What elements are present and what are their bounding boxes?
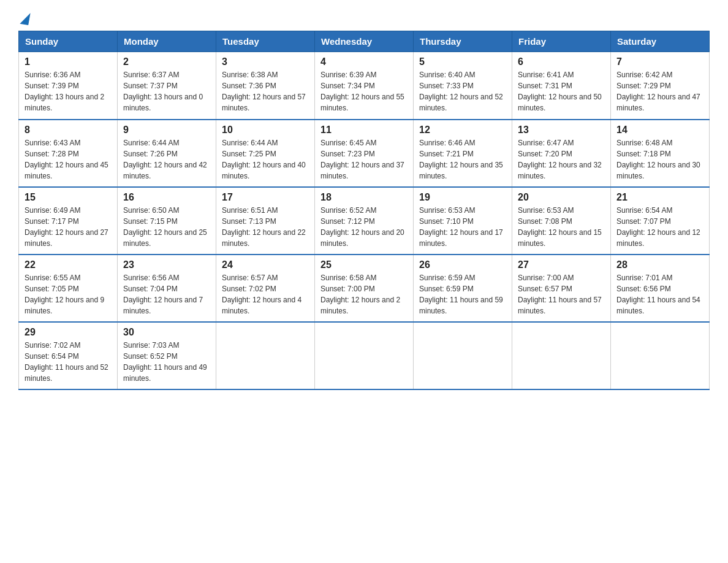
day-info: Sunrise: 6:52 AMSunset: 7:12 PMDaylight:… bbox=[320, 205, 408, 249]
calendar-cell: 2Sunrise: 6:37 AMSunset: 7:37 PMDaylight… bbox=[118, 52, 216, 120]
day-info: Sunrise: 6:43 AMSunset: 7:28 PMDaylight:… bbox=[25, 137, 112, 182]
calendar-cell: 27Sunrise: 7:00 AMSunset: 6:57 PMDayligh… bbox=[512, 255, 611, 322]
calendar-cell: 15Sunrise: 6:49 AMSunset: 7:17 PMDayligh… bbox=[19, 187, 118, 255]
day-number: 9 bbox=[123, 124, 210, 136]
weekday-header-tuesday: Tuesday bbox=[216, 31, 315, 52]
day-number: 20 bbox=[518, 192, 605, 203]
day-info: Sunrise: 6:40 AMSunset: 7:33 PMDaylight:… bbox=[419, 69, 506, 113]
weekday-header-monday: Monday bbox=[118, 31, 216, 52]
weekday-header-saturday: Saturday bbox=[611, 31, 710, 52]
day-info: Sunrise: 6:38 AMSunset: 7:36 PMDaylight:… bbox=[222, 69, 309, 113]
weekday-header-friday: Friday bbox=[512, 31, 611, 52]
logo-triangle-icon bbox=[20, 12, 30, 25]
day-info: Sunrise: 6:46 AMSunset: 7:21 PMDaylight:… bbox=[419, 137, 506, 182]
calendar-cell bbox=[315, 322, 414, 389]
day-number: 28 bbox=[616, 259, 703, 270]
day-info: Sunrise: 6:50 AMSunset: 7:15 PMDaylight:… bbox=[123, 205, 210, 249]
day-info: Sunrise: 6:51 AMSunset: 7:13 PMDaylight:… bbox=[222, 205, 309, 249]
day-number: 2 bbox=[123, 56, 210, 67]
calendar-cell: 16Sunrise: 6:50 AMSunset: 7:15 PMDayligh… bbox=[118, 187, 216, 255]
calendar-cell: 26Sunrise: 6:59 AMSunset: 6:59 PMDayligh… bbox=[414, 255, 512, 322]
day-info: Sunrise: 6:59 AMSunset: 6:59 PMDaylight:… bbox=[419, 272, 506, 316]
calendar-week-row: 15Sunrise: 6:49 AMSunset: 7:17 PMDayligh… bbox=[19, 187, 710, 255]
calendar-cell bbox=[512, 322, 611, 389]
day-info: Sunrise: 6:44 AMSunset: 7:25 PMDaylight:… bbox=[222, 137, 309, 182]
day-info: Sunrise: 6:48 AMSunset: 7:18 PMDaylight:… bbox=[616, 137, 703, 182]
day-info: Sunrise: 6:54 AMSunset: 7:07 PMDaylight:… bbox=[616, 205, 703, 249]
calendar-cell: 19Sunrise: 6:53 AMSunset: 7:10 PMDayligh… bbox=[414, 187, 512, 255]
calendar-cell: 3Sunrise: 6:38 AMSunset: 7:36 PMDaylight… bbox=[216, 52, 315, 120]
day-number: 26 bbox=[419, 259, 506, 270]
day-number: 17 bbox=[222, 192, 309, 203]
day-info: Sunrise: 6:56 AMSunset: 7:04 PMDaylight:… bbox=[123, 272, 210, 316]
calendar-week-row: 1Sunrise: 6:36 AMSunset: 7:39 PMDaylight… bbox=[19, 52, 710, 120]
calendar-cell: 20Sunrise: 6:53 AMSunset: 7:08 PMDayligh… bbox=[512, 187, 611, 255]
day-info: Sunrise: 7:03 AMSunset: 6:52 PMDaylight:… bbox=[123, 340, 210, 384]
day-info: Sunrise: 7:01 AMSunset: 6:56 PMDaylight:… bbox=[616, 272, 703, 316]
calendar-cell: 18Sunrise: 6:52 AMSunset: 7:12 PMDayligh… bbox=[315, 187, 414, 255]
calendar-cell bbox=[414, 322, 512, 389]
day-info: Sunrise: 6:58 AMSunset: 7:00 PMDaylight:… bbox=[320, 272, 408, 316]
day-number: 1 bbox=[25, 56, 112, 67]
day-info: Sunrise: 7:02 AMSunset: 6:54 PMDaylight:… bbox=[25, 340, 112, 384]
calendar-week-row: 8Sunrise: 6:43 AMSunset: 7:28 PMDaylight… bbox=[19, 120, 710, 187]
calendar-cell: 25Sunrise: 6:58 AMSunset: 7:00 PMDayligh… bbox=[315, 255, 414, 322]
calendar-cell: 28Sunrise: 7:01 AMSunset: 6:56 PMDayligh… bbox=[611, 255, 710, 322]
day-info: Sunrise: 6:47 AMSunset: 7:20 PMDaylight:… bbox=[518, 137, 605, 182]
day-info: Sunrise: 7:00 AMSunset: 6:57 PMDaylight:… bbox=[518, 272, 605, 316]
calendar-cell: 1Sunrise: 6:36 AMSunset: 7:39 PMDaylight… bbox=[19, 52, 118, 120]
day-number: 4 bbox=[320, 56, 408, 67]
weekday-header-sunday: Sunday bbox=[19, 31, 118, 52]
calendar-cell: 5Sunrise: 6:40 AMSunset: 7:33 PMDaylight… bbox=[414, 52, 512, 120]
calendar-cell: 8Sunrise: 6:43 AMSunset: 7:28 PMDaylight… bbox=[19, 120, 118, 187]
day-info: Sunrise: 6:53 AMSunset: 7:08 PMDaylight:… bbox=[518, 205, 605, 249]
calendar-cell: 21Sunrise: 6:54 AMSunset: 7:07 PMDayligh… bbox=[611, 187, 710, 255]
day-number: 8 bbox=[25, 124, 112, 136]
day-number: 18 bbox=[320, 192, 408, 203]
calendar-cell: 11Sunrise: 6:45 AMSunset: 7:23 PMDayligh… bbox=[315, 120, 414, 187]
day-number: 10 bbox=[222, 124, 309, 136]
calendar-cell: 10Sunrise: 6:44 AMSunset: 7:25 PMDayligh… bbox=[216, 120, 315, 187]
weekday-header-row: SundayMondayTuesdayWednesdayThursdayFrid… bbox=[19, 31, 710, 52]
page-header bbox=[18, 12, 710, 25]
day-info: Sunrise: 6:41 AMSunset: 7:31 PMDaylight:… bbox=[518, 69, 605, 113]
weekday-header-thursday: Thursday bbox=[414, 31, 512, 52]
calendar-cell: 14Sunrise: 6:48 AMSunset: 7:18 PMDayligh… bbox=[611, 120, 710, 187]
calendar-table: SundayMondayTuesdayWednesdayThursdayFrid… bbox=[18, 31, 710, 390]
day-info: Sunrise: 6:53 AMSunset: 7:10 PMDaylight:… bbox=[419, 205, 506, 249]
calendar-cell: 30Sunrise: 7:03 AMSunset: 6:52 PMDayligh… bbox=[118, 322, 216, 389]
calendar-cell: 24Sunrise: 6:57 AMSunset: 7:02 PMDayligh… bbox=[216, 255, 315, 322]
calendar-cell: 23Sunrise: 6:56 AMSunset: 7:04 PMDayligh… bbox=[118, 255, 216, 322]
calendar-cell: 6Sunrise: 6:41 AMSunset: 7:31 PMDaylight… bbox=[512, 52, 611, 120]
weekday-header-wednesday: Wednesday bbox=[315, 31, 414, 52]
calendar-cell: 9Sunrise: 6:44 AMSunset: 7:26 PMDaylight… bbox=[118, 120, 216, 187]
day-number: 27 bbox=[518, 259, 605, 270]
day-info: Sunrise: 6:44 AMSunset: 7:26 PMDaylight:… bbox=[123, 137, 210, 182]
day-number: 3 bbox=[222, 56, 309, 67]
calendar-cell: 13Sunrise: 6:47 AMSunset: 7:20 PMDayligh… bbox=[512, 120, 611, 187]
day-info: Sunrise: 6:42 AMSunset: 7:29 PMDaylight:… bbox=[616, 69, 703, 113]
calendar-cell bbox=[611, 322, 710, 389]
day-number: 23 bbox=[123, 259, 210, 270]
day-number: 15 bbox=[25, 192, 112, 203]
day-number: 24 bbox=[222, 259, 309, 270]
day-number: 29 bbox=[25, 327, 112, 338]
day-info: Sunrise: 6:39 AMSunset: 7:34 PMDaylight:… bbox=[320, 69, 408, 113]
day-number: 30 bbox=[123, 327, 210, 338]
day-number: 25 bbox=[320, 259, 408, 270]
day-number: 7 bbox=[616, 56, 703, 67]
calendar-cell: 22Sunrise: 6:55 AMSunset: 7:05 PMDayligh… bbox=[19, 255, 118, 322]
day-number: 21 bbox=[616, 192, 703, 203]
day-number: 16 bbox=[123, 192, 210, 203]
day-info: Sunrise: 6:55 AMSunset: 7:05 PMDaylight:… bbox=[25, 272, 112, 316]
calendar-week-row: 22Sunrise: 6:55 AMSunset: 7:05 PMDayligh… bbox=[19, 255, 710, 322]
day-info: Sunrise: 6:36 AMSunset: 7:39 PMDaylight:… bbox=[25, 69, 112, 113]
day-number: 11 bbox=[320, 124, 408, 136]
calendar-cell: 29Sunrise: 7:02 AMSunset: 6:54 PMDayligh… bbox=[19, 322, 118, 389]
logo bbox=[18, 12, 29, 25]
day-number: 6 bbox=[518, 56, 605, 67]
calendar-cell: 12Sunrise: 6:46 AMSunset: 7:21 PMDayligh… bbox=[414, 120, 512, 187]
day-number: 13 bbox=[518, 124, 605, 136]
calendar-cell: 17Sunrise: 6:51 AMSunset: 7:13 PMDayligh… bbox=[216, 187, 315, 255]
calendar-cell: 7Sunrise: 6:42 AMSunset: 7:29 PMDaylight… bbox=[611, 52, 710, 120]
